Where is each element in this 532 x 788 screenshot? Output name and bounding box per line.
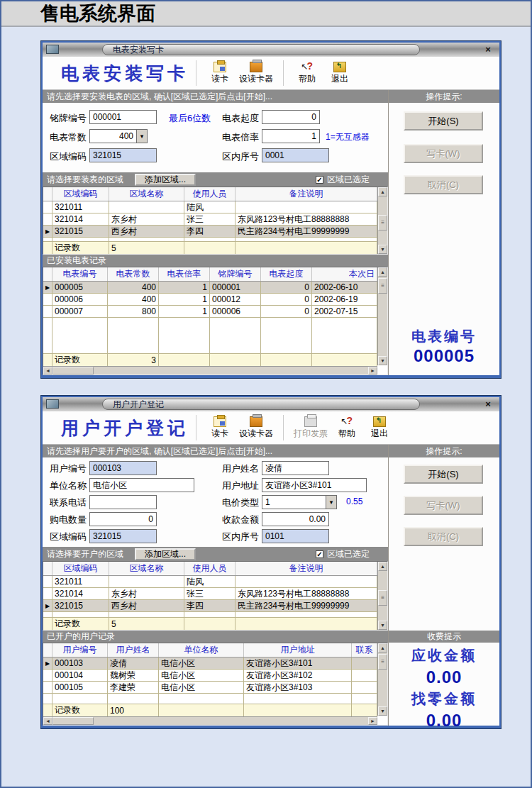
quantity-label: 购电数量 (50, 514, 87, 526)
chevron-down-icon[interactable]: ▾ (326, 495, 337, 509)
nameplate-hint: 最后6位数 (169, 112, 211, 125)
area-code-input[interactable]: 321015 (89, 529, 157, 543)
area-section-bar: 请选择要装表的区域 添加区域... ✓ 区域已选定 (43, 172, 388, 187)
user-no-input[interactable]: 000103 (89, 461, 157, 475)
constant-combobox[interactable]: 400 ▾ (89, 129, 148, 143)
set-reader-button[interactable]: 设读卡器 (236, 62, 276, 85)
price-type-combobox[interactable]: 1 ▾ (262, 495, 337, 509)
write-card-button[interactable]: 写卡(W) (404, 144, 483, 163)
ops-hint-bar: 操作提示: (389, 445, 499, 457)
add-area-button[interactable]: 添加区域... (135, 548, 196, 560)
table-row[interactable]: 000104 魏树荣 电信小区 友谊路小区3#102 (43, 670, 377, 682)
price-hint: 0.55 (346, 496, 362, 506)
table-row[interactable]: 000105 李建荣 电信小区 友谊路小区3#103 (43, 682, 377, 694)
quantity-input[interactable]: 0 (89, 512, 157, 526)
address-input[interactable]: 友谊路小区3#101 (262, 478, 367, 492)
scroll-left-icon[interactable]: ◄ (43, 717, 52, 725)
area-selected-checkbox[interactable]: ✓ 区域已选定 (316, 548, 370, 560)
scrollbar-thumb[interactable]: ≡ (378, 590, 387, 606)
read-card-button[interactable]: 读卡 (204, 416, 236, 440)
close-button[interactable]: × (482, 399, 494, 410)
toolbar-separator (283, 60, 284, 86)
scroll-down-icon[interactable]: ▼ (378, 706, 387, 716)
close-button[interactable]: × (482, 44, 494, 55)
table-row[interactable]: 321011 陆风 (43, 201, 377, 213)
amount-label: 收款金额 (222, 514, 259, 526)
start-button[interactable]: 开始(S) (404, 465, 483, 484)
scroll-up-icon[interactable]: ▲ (378, 187, 387, 196)
scrollbar-thumb[interactable] (52, 367, 94, 374)
scroll-up-icon[interactable]: ▲ (378, 643, 387, 653)
scrollbar-thumb[interactable]: ≡ (378, 215, 387, 231)
area-code-label: 区域编码 (50, 531, 87, 543)
write-card-button[interactable]: 写卡(W) (404, 496, 483, 515)
receivable-value: 0.00 (389, 667, 499, 687)
ratio-label: 电表倍率 (222, 131, 259, 144)
table-row-selected[interactable]: ▶ 321015 西乡村 李四 民主路234号村电工99999999 (43, 600, 377, 612)
constant-label: 电表常数 (50, 131, 87, 144)
scrollbar-thumb[interactable] (52, 717, 94, 725)
vertical-scrollbar[interactable]: ▲ ≡ ▼ (377, 562, 387, 630)
exit-button[interactable]: 退出 (363, 416, 396, 440)
scroll-down-icon[interactable]: ▼ (378, 356, 387, 365)
area-selected-checkbox[interactable]: ✓ 区域已选定 (316, 174, 370, 186)
change-label: 找零金额 (389, 689, 499, 709)
cancel-button[interactable]: 取消(C) (404, 527, 483, 546)
phone-label: 联系电话 (50, 496, 87, 509)
table-row[interactable]: 321014 东乡村 张三 东风路123号村电工88888888 (43, 588, 377, 600)
print-invoice-button[interactable]: 打印发票 (291, 416, 331, 440)
titlebar[interactable]: 电表安装写卡 × (43, 43, 499, 57)
cancel-button[interactable]: 取消(C) (404, 175, 483, 194)
table-header-row: 区域编码 区域名称 使用人员 备注说明 (43, 562, 377, 576)
ratio-input[interactable]: 1 (262, 129, 320, 143)
scroll-up-icon[interactable]: ▲ (378, 267, 387, 277)
user-name-input[interactable]: 凌倩 (262, 461, 329, 475)
exit-button[interactable]: 退出 (323, 62, 356, 85)
check-icon[interactable]: ✓ (316, 176, 323, 184)
start-button[interactable]: 开始(S) (404, 111, 483, 131)
scroll-right-icon[interactable]: ► (368, 367, 377, 374)
table-row[interactable]: 321011 陆风 (43, 576, 377, 588)
horizontal-scrollbar[interactable]: ◄ ► (43, 716, 377, 725)
nameplate-input[interactable]: 000001 (89, 110, 157, 124)
scrollbar-thumb[interactable]: ≡ (378, 654, 387, 670)
scroll-down-icon[interactable]: ▼ (378, 621, 387, 630)
scroll-right-icon[interactable]: ► (368, 717, 377, 725)
area-code-input[interactable]: 321015 (89, 148, 157, 162)
area-section-bar: 请选择要开户的区域 添加区域... ✓ 区域已选定 (43, 547, 388, 561)
scroll-left-icon[interactable]: ◄ (43, 367, 52, 374)
read-card-button[interactable]: 读卡 (204, 62, 236, 85)
scroll-up-icon[interactable]: ▲ (378, 562, 387, 571)
check-icon[interactable]: ✓ (316, 550, 323, 558)
table-row[interactable]: 000007 800 1 000006 0 2002-07-15 (43, 306, 377, 318)
unit-input[interactable]: 电信小区 (89, 478, 194, 492)
page-title: 售电系统界面 (40, 1, 155, 26)
table-row[interactable]: 000006 400 1 000012 0 2002-06-19 (43, 294, 377, 306)
vertical-scrollbar[interactable]: ▲ ≡ ▼ (377, 267, 387, 365)
table-row[interactable]: 321014 东乡村 张三 东风路123号村电工88888888 (43, 213, 377, 226)
horizontal-scrollbar[interactable]: ◄ ► (43, 366, 377, 374)
start-degree-input[interactable]: 0 (262, 110, 320, 124)
vertical-scrollbar[interactable]: ▲ ≡ ▼ (377, 187, 387, 254)
add-area-button[interactable]: 添加区域... (135, 174, 196, 186)
titlebar[interactable]: 用户开户登记 × (43, 397, 499, 411)
window-title: 用户开户登记 (113, 399, 164, 410)
window-heading: 用户开户登记 (61, 416, 189, 440)
chevron-down-icon[interactable]: ▾ (136, 129, 148, 143)
instruction-bar: 请先选择要安装电表的区域, 确认[区域已选定]后点击[开始]... (43, 90, 388, 103)
vertical-scrollbar[interactable]: ▲ ≡ ▼ (377, 643, 387, 716)
phone-input[interactable] (89, 495, 157, 509)
amount-input[interactable]: 0.00 (262, 512, 329, 526)
scroll-down-icon[interactable]: ▼ (378, 245, 387, 254)
table-row-selected[interactable]: ▶ 000103 凌倩 电信小区 友谊路小区3#101 (43, 657, 377, 670)
scrollbar-thumb[interactable]: ≡ (378, 278, 387, 294)
help-button[interactable]: 帮助 (291, 62, 323, 85)
table-row-selected[interactable]: ▶ 321015 西乡村 李四 民主路234号村电工99999999 (43, 226, 377, 238)
set-reader-button[interactable]: 设读卡器 (236, 416, 276, 440)
serial-input[interactable]: 0001 (262, 148, 329, 162)
users-section-bar: 已开户的用户记录 (43, 631, 388, 643)
help-button[interactable]: 帮助 (331, 416, 363, 440)
serial-input[interactable]: 0101 (262, 529, 329, 543)
table-row-selected[interactable]: ▶ 000005 400 1 000001 0 2002-06-10 (43, 282, 377, 294)
address-label: 用户地址 (222, 479, 259, 492)
